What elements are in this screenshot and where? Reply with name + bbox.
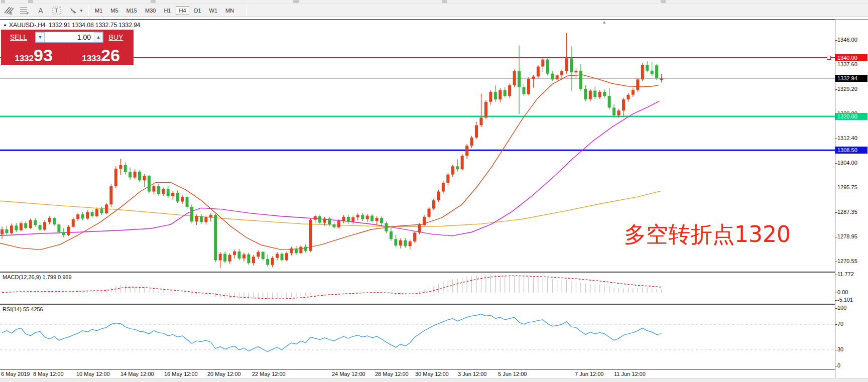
status-strip [0,378,868,382]
top-partial-mark [1,0,5,3]
svg-text:E: E [10,12,13,15]
chart-annotation-text: 多空转折点1320 [624,220,791,249]
axis-tick [835,163,837,164]
timeframe-m30[interactable]: M30 [142,6,159,15]
sell-price-pips: 93 [34,46,53,65]
hline-endpoint-marker[interactable] [827,56,831,60]
price-tick-label: 1278.95 [837,233,857,239]
rsi-panel[interactable] [0,305,835,369]
time-axis[interactable]: 6 May 20198 May 12:0010 May 12:0014 May … [0,370,835,378]
svg-text:T: T [55,8,58,14]
time-axis-label: 7 Jun 12:00 [575,371,604,377]
axis-tick [835,139,837,139]
timeframe-m15[interactable]: M15 [123,6,140,15]
time-axis-label: 28 May 12:00 [375,371,409,377]
axis-tick [835,293,837,293]
price-tick-label: 1270.55 [837,258,857,264]
price-tick-label: 1287.35 [837,209,857,215]
timeframe-h4[interactable]: H4 [176,6,189,15]
axis-tick [835,324,837,325]
panel-border [0,272,835,273]
sell-price-main: 1332 [15,54,34,63]
buy-price[interactable]: 133326 [68,46,134,65]
timeframe-mn[interactable]: MN [222,6,237,15]
time-axis-label: 30 May 12:00 [415,371,449,377]
macd-axis-label: 11.772 [837,271,854,277]
timeframe-m1[interactable]: M1 [92,6,105,15]
time-axis-label: 16 May 12:00 [164,371,198,377]
axis-tick [835,308,837,309]
sell-price[interactable]: 133293 [1,46,66,65]
top-partial-mark [28,0,33,3]
timeframe-h1[interactable]: H1 [161,6,174,15]
chart-close: 1332.94 [118,22,140,29]
current-price-label: 1332.94 [835,75,867,82]
time-axis-label: 11 Jun 12:00 [614,371,646,377]
rsi-axis-label: 0 [837,362,840,368]
toolbar: E F A T ▼ M1M5M15M30H1H4D1W1MN [0,4,868,17]
time-axis-label: 3 Jun 12:00 [458,371,487,377]
top-partial-mark [151,0,156,3]
rsi-axis-label: 100 [837,305,846,311]
rsi-axis-label: 70 [837,321,843,327]
time-axis-label: 5 Jun 12:00 [498,371,527,377]
macd-axis-label: 0.00 [837,289,848,295]
timeframe-buttons: M1M5M15M30H1H4D1W1MN [92,5,239,17]
macd-title: MACD(12,26,9) 1.799 0.969 [3,274,72,280]
top-partial-mark [442,0,447,3]
time-axis-label: 10 May 12:00 [76,371,110,377]
arrows-tool-icon[interactable]: ▼ [66,5,85,16]
price-tick-label: 1346.00 [837,37,857,43]
chevron-down-icon: ▼ [79,9,83,13]
text-label-icon[interactable]: A [34,5,47,16]
hline-price-label: 1340.00 [835,54,867,61]
chart-shift-marker[interactable]: ▲ [602,20,606,25]
macd-axis-label: -5.101 [837,297,853,303]
hline-price-label: 1320.00 [835,113,867,120]
mt4-window: E F A T ▼ M1M5M15M30H1H4D1W1MN [0,0,868,382]
fibonacci-tool-icon[interactable]: E [2,5,15,16]
toolbar-separator [246,5,246,16]
time-axis-label: 6 May 2019 [1,371,30,377]
axis-tick [835,65,837,65]
chart-symbol: XAUUSD-,H4 [9,22,46,29]
price-tick-label: 1295.75 [837,184,857,190]
rsi-title: RSI(14) 55.4256 [3,306,43,312]
hline-price-label: 1308.50 [835,147,867,154]
axis-tick [835,237,837,237]
time-axis-label: 22 May 12:00 [252,371,286,377]
chart-high: 1334.08 [72,22,93,29]
top-partial-mark [661,0,666,3]
rsi-value: 55.4256 [23,306,43,312]
axis-tick [835,275,837,275]
volume-stepper: ▼ 1.00 ▲ [35,32,103,43]
volume-decrease-button[interactable]: ▼ [36,32,45,42]
sell-button[interactable]: SELL [4,32,33,43]
top-partial-mark [293,0,299,3]
panel-border [0,20,835,20]
timeframe-d1[interactable]: D1 [191,6,204,15]
time-axis-label: 24 May 12:00 [332,371,365,377]
axis-tick [835,262,837,262]
text-box-icon[interactable]: T [50,5,63,16]
axis-tick [835,40,837,41]
chart-open: 1332.91 [49,22,70,29]
rsi-axis-label: 30 [837,346,843,352]
panel-border [0,304,835,305]
volume-value[interactable]: 1.00 [45,32,94,42]
time-axis-label: 8 May 12:00 [33,371,64,377]
buy-price-pips: 26 [101,46,120,65]
buy-button[interactable]: BUY [101,32,131,43]
timeframe-m5[interactable]: M5 [107,6,121,15]
price-tick-label: 1329.20 [837,86,857,92]
toolbar-separator [88,5,89,16]
price-tick-label: 1312.40 [837,135,857,141]
price-tick-label: 1304.00 [837,160,857,166]
price-axis[interactable]: 1346.001337.601329.201320.801312.401304.… [835,20,868,378]
axis-tick [835,300,837,301]
axis-tick [835,366,837,366]
timeframe-w1[interactable]: W1 [206,6,221,15]
macd-panel[interactable] [0,273,835,304]
grid-tool-icon[interactable]: F [18,5,31,16]
axis-tick [835,212,837,213]
